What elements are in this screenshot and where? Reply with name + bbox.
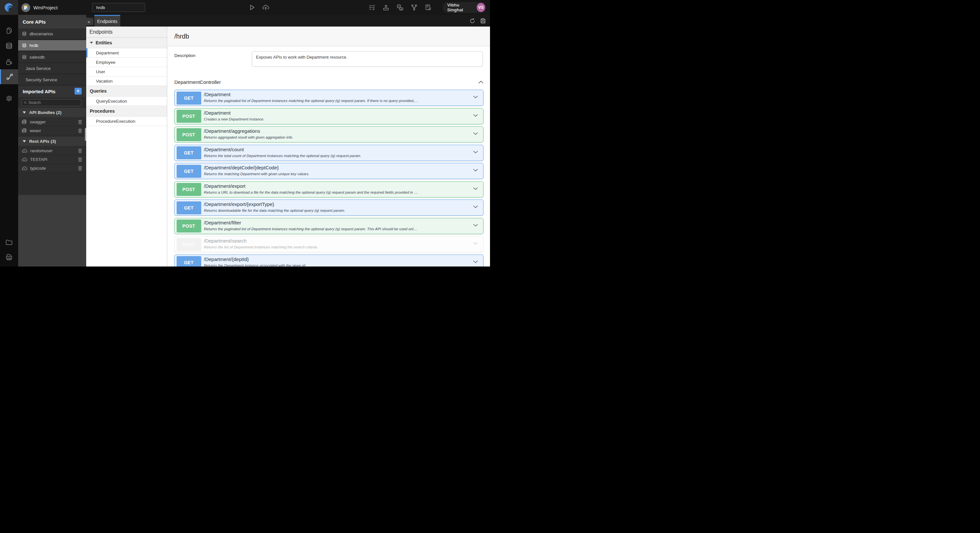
rail-java-icon[interactable]: [0, 54, 18, 69]
rest-api-cloud-icon: API: [22, 149, 27, 153]
delete-api-button[interactable]: [78, 166, 82, 171]
method-badge: POST: [177, 110, 201, 123]
rail-files-icon[interactable]: [0, 235, 18, 249]
add-api-button[interactable]: +: [75, 88, 82, 95]
imported-api-typicode[interactable]: API typicode: [18, 164, 86, 173]
expand-endpoint-button[interactable]: [473, 260, 478, 263]
sidebar-search: [21, 99, 81, 106]
wavemaker-logo[interactable]: [0, 0, 18, 15]
imported-api-swagger[interactable]: API swagger: [18, 118, 86, 126]
chevron-down-icon: [473, 242, 478, 245]
rest-api-cloud-icon: API: [22, 157, 27, 162]
endpoint-description: Creates a new Department instance.: [204, 117, 264, 121]
endpoint-card-get-department[interactable]: GET /Department Returns the paginated li…: [174, 90, 484, 106]
tree-item-user[interactable]: User: [86, 67, 167, 76]
tree-sections: Entities Department Employee User Vacati…: [86, 38, 167, 126]
endpoint-card-post-department-search[interactable]: POST /Department/search Returns the list…: [174, 236, 484, 252]
expand-endpoint-button[interactable]: [473, 205, 478, 208]
sidebar-item-java-service[interactable]: Java Service: [18, 63, 86, 74]
sidebar-item-dbscenarios[interactable]: dbscenarios: [18, 29, 86, 40]
expand-endpoint-button[interactable]: [473, 224, 478, 227]
tree-item-vacation[interactable]: Vacation: [86, 76, 167, 86]
trash-icon: [78, 119, 82, 124]
chevron-down-icon: [473, 260, 478, 263]
expand-endpoint-button[interactable]: [473, 169, 478, 171]
chevron-up-icon[interactable]: [478, 81, 484, 84]
endpoint-card-post-department-filter[interactable]: POST /Department/filter Returns the pagi…: [174, 218, 484, 234]
trash-icon: [78, 166, 82, 171]
endpoint-card-get-department-count[interactable]: GET /Department/count Returns the total …: [174, 145, 484, 161]
tree-section-entities[interactable]: Entities: [86, 38, 167, 48]
endpoint-card-post-department[interactable]: POST /Department Creates a new Departmen…: [174, 108, 484, 124]
tree-section-procedures[interactable]: Procedures: [86, 106, 167, 117]
global-search-input[interactable]: [92, 3, 145, 12]
imported-api-weavr[interactable]: API weavr: [18, 127, 86, 135]
save-icon[interactable]: [480, 18, 486, 24]
file-sync-icon[interactable]: [425, 4, 431, 11]
imported-apis-header: Imported APIs +: [18, 86, 86, 97]
tree-item-queryexecution[interactable]: QueryExecution: [86, 97, 167, 106]
tree-item-employee[interactable]: Employee: [86, 58, 167, 67]
endpoint-card-get-department-deptcode-deptcode-[interactable]: GET /Department/deptCode/{deptCode} Retu…: [174, 163, 484, 179]
description-textarea[interactable]: [252, 51, 483, 67]
expand-endpoint-button[interactable]: [473, 132, 478, 135]
user-name: Vibhu Singhal: [447, 3, 474, 12]
export-project-icon[interactable]: [383, 5, 389, 11]
expand-endpoint-button[interactable]: [473, 151, 478, 154]
expand-endpoint-button[interactable]: [473, 187, 478, 190]
tree-item-procedureexecution[interactable]: ProcedureExecution: [86, 117, 167, 126]
group-header-api[interactable]: API Bundles (2): [18, 108, 86, 117]
refresh-icon[interactable]: [469, 18, 475, 24]
git-branch-icon[interactable]: [411, 4, 417, 11]
tab-endpoints[interactable]: Endpoints: [94, 15, 120, 27]
rail-pages-icon[interactable]: [0, 23, 18, 38]
endpoint-path: /Department/aggregations: [204, 128, 260, 134]
database-icon: [22, 32, 27, 36]
sidebar-item-security-service[interactable]: Security Service: [18, 75, 86, 86]
controller-row[interactable]: DepartmentController: [174, 79, 484, 85]
endpoint-description: Returns the paginated list of Department…: [204, 99, 418, 103]
endpoint-description: Returns aggregated result with given agg…: [204, 135, 292, 139]
sidebar-item-hrdb[interactable]: hrdb: [18, 40, 86, 51]
delete-api-button[interactable]: [78, 148, 82, 153]
run-play-icon[interactable]: [250, 5, 255, 10]
delete-api-button[interactable]: [78, 128, 82, 133]
wave-logo-icon: [3, 2, 14, 13]
endpoint-card-post-department-export[interactable]: POST /Department/export Returns a URL to…: [174, 181, 484, 198]
endpoint-card-post-department-aggregations[interactable]: POST /Department/aggregations Returns ag…: [174, 126, 484, 143]
sidebar-item-salesdb[interactable]: salesdb: [18, 52, 86, 63]
sidebar-item-label: hrdb: [30, 43, 38, 48]
imported-api-label: weavr: [30, 128, 75, 133]
tree-item-department[interactable]: Department: [86, 48, 167, 58]
localization-icon[interactable]: A 文: [397, 4, 404, 11]
trash-icon: [78, 148, 82, 153]
expand-endpoint-button[interactable]: [473, 95, 478, 98]
expand-endpoint-button[interactable]: [473, 242, 478, 245]
group-header-rest[interactable]: Rest APIs (3): [18, 136, 86, 146]
tree-section-queries[interactable]: Queries: [86, 86, 167, 97]
delete-api-button[interactable]: [78, 119, 82, 124]
sidebar-scrollbar[interactable]: [85, 128, 86, 141]
method-badge: GET: [177, 146, 201, 159]
sidebar-item-label: Security Service: [25, 78, 57, 82]
rail-logs-icon[interactable]: LOG: [0, 250, 18, 264]
endpoint-card-get-department-deptid-[interactable]: GET /Department/{deptId} Returns the Dep…: [174, 254, 484, 267]
method-badge: POST: [177, 183, 201, 196]
user-menu[interactable]: Vibhu Singhal VS: [443, 2, 486, 13]
delete-api-button[interactable]: [78, 157, 82, 162]
endpoint-card-get-department-export-exporttype-[interactable]: GET /Department/export/{exportType} Retu…: [174, 200, 484, 216]
api-bundle-icon: API: [22, 128, 27, 133]
rail-more-icon[interactable]: [0, 266, 18, 266]
imported-api-testapi[interactable]: API TESTAPI: [18, 155, 86, 164]
checklist-icon[interactable]: [369, 5, 375, 10]
rail-apis-icon[interactable]: [0, 69, 18, 84]
tree-item-label: QueryExecution: [96, 99, 127, 104]
project-switcher[interactable]: WmProject: [21, 0, 58, 15]
rail-database-icon[interactable]: [0, 39, 18, 53]
rail-settings-icon[interactable]: [0, 91, 18, 106]
expand-endpoint-button[interactable]: [473, 114, 478, 117]
sidebar-search-input[interactable]: [29, 100, 79, 105]
endpoint-path: /Department/export: [204, 183, 245, 189]
cloud-deploy-icon[interactable]: [262, 5, 269, 11]
imported-api-randomuser[interactable]: API randomuser: [18, 147, 86, 155]
